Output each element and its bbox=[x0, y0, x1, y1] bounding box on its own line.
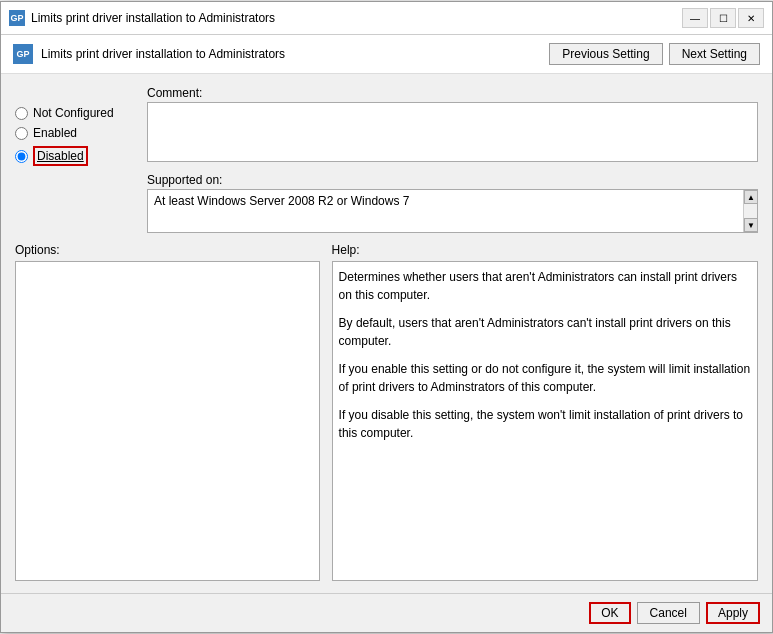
disabled-label: Disabled bbox=[37, 149, 84, 163]
not-configured-radio[interactable] bbox=[15, 107, 28, 120]
comment-label: Comment: bbox=[147, 86, 758, 100]
help-section: Help: Determines whether users that aren… bbox=[332, 243, 758, 581]
minimize-button[interactable]: — bbox=[682, 8, 708, 28]
title-bar-controls: — ☐ ✕ bbox=[682, 8, 764, 28]
help-header: Help: bbox=[332, 243, 758, 257]
comment-textarea[interactable] bbox=[147, 102, 758, 162]
cancel-button[interactable]: Cancel bbox=[637, 602, 700, 624]
header-buttons: Previous Setting Next Setting bbox=[549, 43, 760, 65]
help-paragraph: Determines whether users that aren't Adm… bbox=[339, 268, 751, 304]
title-bar-left: GP Limits print driver installation to A… bbox=[9, 10, 275, 26]
options-panel bbox=[15, 261, 320, 581]
comment-field-row: Comment: bbox=[147, 86, 758, 165]
right-fields: Comment: Supported on: At least Windows … bbox=[147, 86, 758, 233]
ok-button[interactable]: OK bbox=[589, 602, 630, 624]
not-configured-option[interactable]: Not Configured bbox=[15, 106, 135, 120]
header-icon: GP bbox=[13, 44, 33, 64]
enabled-radio[interactable] bbox=[15, 127, 28, 140]
bottom-bar: OK Cancel Apply bbox=[1, 593, 772, 632]
main-window: GP Limits print driver installation to A… bbox=[0, 1, 773, 633]
enabled-label: Enabled bbox=[33, 126, 77, 140]
help-paragraph: If you disable this setting, the system … bbox=[339, 406, 751, 442]
supported-value: At least Windows Server 2008 R2 or Windo… bbox=[154, 194, 751, 208]
next-setting-button[interactable]: Next Setting bbox=[669, 43, 760, 65]
scroll-up-arrow[interactable]: ▲ bbox=[744, 190, 758, 204]
header-bar: GP Limits print driver installation to A… bbox=[1, 35, 772, 74]
help-paragraph: By default, users that aren't Administra… bbox=[339, 314, 751, 350]
radio-group: Not Configured Enabled Disabled bbox=[15, 86, 135, 233]
options-section: Options: bbox=[15, 243, 320, 581]
help-paragraph: If you enable this setting or do not con… bbox=[339, 360, 751, 396]
close-button[interactable]: ✕ bbox=[738, 8, 764, 28]
supported-scrollbar: ▲ ▼ bbox=[743, 190, 757, 232]
previous-setting-button[interactable]: Previous Setting bbox=[549, 43, 662, 65]
content-area: Not Configured Enabled Disabled Comment: bbox=[1, 74, 772, 593]
top-section: Not Configured Enabled Disabled Comment: bbox=[15, 86, 758, 233]
scroll-down-arrow[interactable]: ▼ bbox=[744, 218, 758, 232]
disabled-label-box: Disabled bbox=[33, 146, 88, 166]
enabled-option[interactable]: Enabled bbox=[15, 126, 135, 140]
disabled-radio[interactable] bbox=[15, 150, 28, 163]
window-icon: GP bbox=[9, 10, 25, 26]
disabled-option[interactable]: Disabled bbox=[15, 146, 135, 166]
help-panel: Determines whether users that aren't Adm… bbox=[332, 261, 758, 581]
header-title: Limits print driver installation to Admi… bbox=[41, 47, 285, 61]
supported-box: At least Windows Server 2008 R2 or Windo… bbox=[147, 189, 758, 233]
header-bar-left: GP Limits print driver installation to A… bbox=[13, 44, 285, 64]
title-bar: GP Limits print driver installation to A… bbox=[1, 2, 772, 35]
supported-label: Supported on: bbox=[147, 173, 758, 187]
middle-section: Options: Help: Determines whether users … bbox=[15, 243, 758, 581]
options-header: Options: bbox=[15, 243, 320, 257]
supported-field-row: Supported on: At least Windows Server 20… bbox=[147, 173, 758, 233]
window-title: Limits print driver installation to Admi… bbox=[31, 11, 275, 25]
maximize-button[interactable]: ☐ bbox=[710, 8, 736, 28]
apply-button[interactable]: Apply bbox=[706, 602, 760, 624]
not-configured-label: Not Configured bbox=[33, 106, 114, 120]
